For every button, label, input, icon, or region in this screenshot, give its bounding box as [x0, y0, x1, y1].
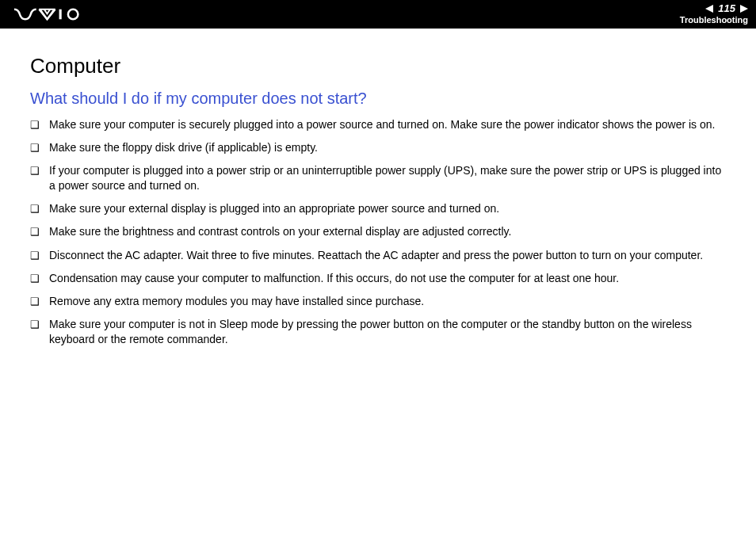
list-item: ❑ If your computer is plugged into a pow… — [30, 163, 726, 193]
bullet-icon: ❑ — [30, 271, 49, 286]
list-item: ❑ Make sure your computer is securely pl… — [30, 117, 726, 132]
bullet-icon: ❑ — [30, 201, 49, 216]
main-heading: Computer — [30, 54, 726, 78]
bullet-icon: ❑ — [30, 163, 49, 178]
bullet-text: Disconnect the AC adapter. Wait three to… — [49, 248, 726, 263]
bullet-icon: ❑ — [30, 117, 49, 132]
bullet-icon: ❑ — [30, 248, 49, 263]
bullet-text: If your computer is plugged into a power… — [49, 163, 726, 193]
prev-page-icon[interactable] — [705, 5, 713, 13]
bullet-text: Make sure your computer is not in Sleep … — [49, 317, 726, 347]
list-item: ❑ Make sure your external display is plu… — [30, 201, 726, 216]
vaio-logo — [14, 8, 84, 21]
bullet-text: Remove any extra memory modules you may … — [49, 294, 726, 309]
list-item: ❑ Disconnect the AC adapter. Wait three … — [30, 248, 726, 263]
list-item: ❑ Condensation may cause your computer t… — [30, 271, 726, 286]
list-item: ❑ Make sure your computer is not in Slee… — [30, 317, 726, 347]
bullet-text: Condensation may cause your computer to … — [49, 271, 726, 286]
page-number: 115 — [716, 2, 737, 14]
page-nav: 115 — [705, 2, 748, 14]
page-content: Computer What should I do if my computer… — [0, 29, 756, 347]
page-header: 115 Troubleshooting — [0, 0, 756, 29]
list-item: ❑ Make sure the floppy disk drive (if ap… — [30, 140, 726, 155]
list-item: ❑ Remove any extra memory modules you ma… — [30, 294, 726, 309]
bullet-icon: ❑ — [30, 224, 49, 239]
bullet-icon: ❑ — [30, 317, 49, 332]
bullet-icon: ❑ — [30, 140, 49, 155]
svg-rect-0 — [59, 10, 62, 20]
header-right: 115 Troubleshooting — [680, 0, 748, 29]
svg-point-1 — [68, 10, 78, 20]
bullet-list: ❑ Make sure your computer is securely pl… — [30, 117, 726, 347]
section-name: Troubleshooting — [680, 15, 748, 25]
list-item: ❑ Make sure the brightness and contrast … — [30, 224, 726, 239]
bullet-text: Make sure your computer is securely plug… — [49, 117, 726, 132]
bullet-text: Make sure the floppy disk drive (if appl… — [49, 140, 726, 155]
bullet-text: Make sure your external display is plugg… — [49, 201, 726, 216]
next-page-icon[interactable] — [740, 5, 748, 13]
bullet-text: Make sure the brightness and contrast co… — [49, 224, 726, 239]
sub-heading: What should I do if my computer does not… — [30, 90, 726, 108]
bullet-icon: ❑ — [30, 294, 49, 309]
